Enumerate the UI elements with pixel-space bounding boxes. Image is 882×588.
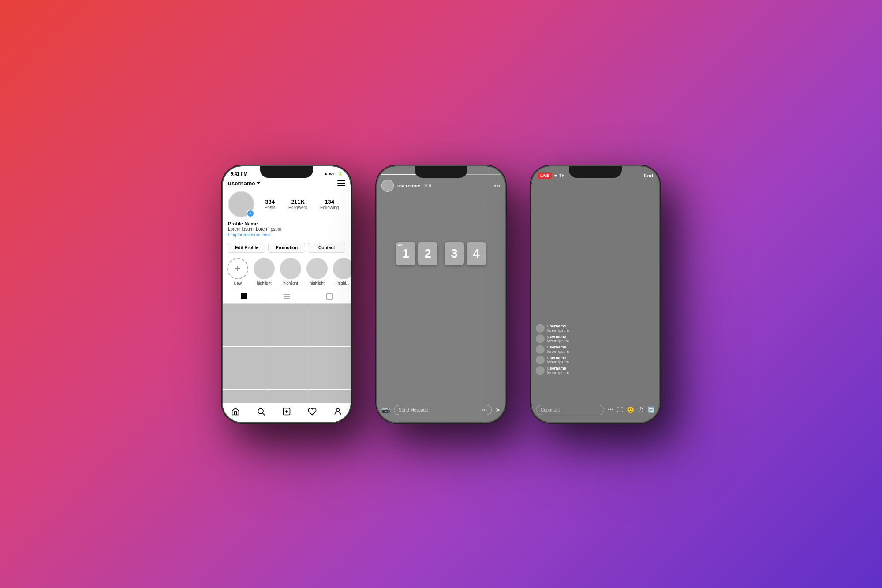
live-more-icon[interactable]: ••• [608,407,613,413]
edit-profile-button[interactable]: Edit Profile [228,243,265,253]
live-comment-avatar-4 [536,356,545,364]
viewers-count: 15 [559,173,564,178]
following-stat[interactable]: 134 Following [320,198,339,210]
highlight-new-label: New [234,281,242,285]
story-screen: username 14h ••• AM 1 2 3 [377,166,505,422]
followers-count: 211K [291,198,305,205]
story-message-input[interactable]: Send Message ••• [394,405,492,415]
flip-am-label: AM [398,243,403,247]
story-dots-icon: ••• [482,408,487,412]
camera-icon[interactable]: 📷 [381,406,390,414]
nav-add[interactable] [282,407,292,416]
phone-story: username 14h ••• AM 1 2 3 [377,166,505,422]
profile-username: username [228,180,255,187]
live-left: LIVE ♥ 15 [538,172,564,179]
highlights-row: + New highlight highlight highlight [223,256,351,289]
tab-grid[interactable] [223,289,265,303]
live-comment-text-2: username lorem ipsum [547,334,569,343]
live-comments: username lorem ipsum username lorem ipsu… [536,324,655,375]
live-comment-user-1: username [547,324,569,328]
live-comment-avatar-5 [536,366,545,375]
highlight-4[interactable]: highl... [333,258,351,285]
list-icon [284,294,290,299]
live-comment-input[interactable]: Comment [536,405,604,415]
live-top-bar: LIVE ♥ 15 End [531,166,659,182]
post-cell-4[interactable] [223,347,265,389]
tagged-icon [326,293,333,300]
phone-profile: 9:41 PM ▶ WiFi 🔋 username [223,166,351,422]
live-comment-1: username lorem ipsum [536,324,655,333]
emoji-icon[interactable]: 🙂 [627,406,634,413]
flip-clock: AM 1 2 3 4 [396,242,486,265]
live-action-icons: ⛶ 🙂 ⏱ 🔄 [617,406,655,413]
nav-heart[interactable] [307,407,317,416]
live-comment-text-4: username lorem ipsum [547,356,569,364]
highlight-new[interactable]: + New [227,258,248,285]
profile-screen: 9:41 PM ▶ WiFi 🔋 username [223,166,351,422]
story-more-icon[interactable]: ••• [494,182,501,189]
promotion-button[interactable]: Promotion [268,243,306,253]
live-comment-text-3: username lorem ipsum [547,345,569,354]
filter-icon[interactable]: ⛶ [617,406,623,413]
timer-icon[interactable]: ⏱ [638,406,644,413]
live-comment-avatar-1 [536,324,545,333]
new-highlight-circle: + [227,258,248,279]
profile-stats-row: + 334 Posts 211K Followers 134 Following [223,189,351,221]
nav-profile[interactable] [333,407,343,416]
flip-hour-tens: AM 1 [396,242,415,265]
grid-icon [241,293,247,299]
post-cell-2[interactable] [265,304,308,346]
live-comment-msg-3: lorem ipsum [547,349,569,354]
flip-min-tens: 3 [445,242,464,265]
username-row[interactable]: username [228,180,260,187]
post-cell-5[interactable] [265,347,308,389]
highlight-label-3: highlight [310,281,325,285]
comment-placeholder: Comment [541,408,560,412]
live-screen: LIVE ♥ 15 End username lorem ip [531,166,659,422]
phones-container: 9:41 PM ▶ WiFi 🔋 username [223,166,659,422]
live-comment-2: username lorem ipsum [536,334,655,343]
live-viewers: ♥ 15 [554,173,564,178]
flip-camera-icon[interactable]: 🔄 [647,406,655,413]
followers-stat[interactable]: 211K Followers [288,198,307,210]
live-comment-avatar-2 [536,334,545,343]
tab-tagged[interactable] [308,289,351,303]
highlight-3[interactable]: highlight [306,258,328,285]
live-badge: LIVE [538,172,552,179]
story-time-ago: 14h [424,183,431,188]
post-cell-6[interactable] [308,347,351,389]
progress-bar-3 [462,174,501,175]
highlight-2[interactable]: highlight [280,258,301,285]
nav-home[interactable] [231,407,240,416]
profile-avatar-wrap: + [228,191,254,217]
svg-point-0 [258,408,263,414]
live-end-button[interactable]: End [644,173,653,178]
live-comment-msg-2: lorem ipsum [547,339,569,343]
post-cell-1[interactable] [223,304,265,346]
hamburger-icon[interactable] [337,180,345,186]
followers-label: Followers [288,205,307,210]
post-cell-3[interactable] [308,304,351,346]
progress-bar-2 [421,174,460,175]
profile-link[interactable]: blog.loremipsum.com [228,232,345,237]
live-comment-user-5: username [547,366,569,371]
highlight-circle-2 [280,258,301,279]
highlight-1[interactable]: highlight [254,258,275,285]
tab-list[interactable] [265,289,308,303]
posts-stat[interactable]: 334 Posts [265,198,276,210]
live-video-area: username lorem ipsum username lorem ipsu… [531,182,659,401]
contact-button[interactable]: Contact [308,243,345,253]
nav-search[interactable] [256,407,266,416]
live-comment-msg-5: lorem ipsum [547,371,569,375]
avatar-plus-icon[interactable]: + [247,210,254,217]
profile-nav-bar [223,403,351,422]
live-comment-msg-1: lorem ipsum [547,328,569,333]
profile-info: Profile Name Lorem ipsum. Lorem ipsum. b… [223,221,351,241]
send-icon[interactable]: ➤ [495,406,501,413]
highlight-label-4: highl... [338,281,350,285]
svg-line-1 [263,413,265,416]
following-count: 134 [325,198,334,205]
status-time: 9:41 PM [231,172,247,176]
profile-stats: 334 Posts 211K Followers 134 Following [258,198,345,210]
phone-live: LIVE ♥ 15 End username lorem ip [531,166,659,422]
